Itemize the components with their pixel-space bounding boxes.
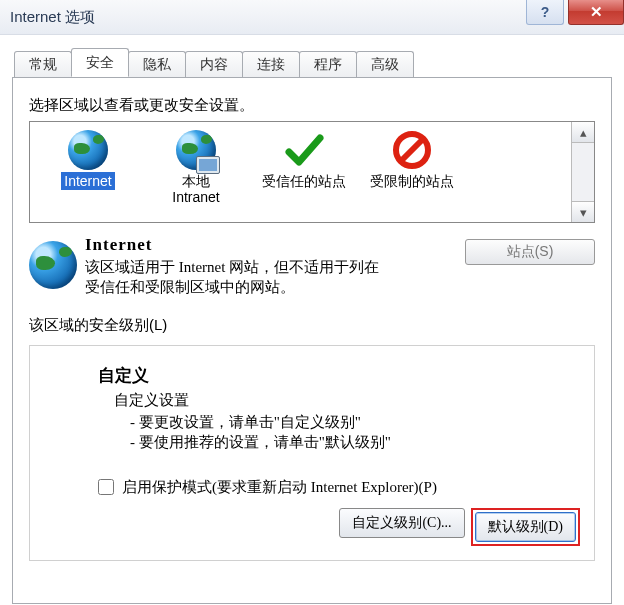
scroll-up-icon[interactable]: ▴: [572, 122, 594, 143]
tab-general[interactable]: 常规: [14, 51, 72, 78]
tab-privacy[interactable]: 隐私: [128, 51, 186, 78]
level-buttons: 自定义级别(C)... 默认级别(D): [44, 508, 580, 546]
zone-scrollbar[interactable]: ▴ ▾: [571, 122, 594, 222]
custom-level-button[interactable]: 自定义级别(C)...: [339, 508, 464, 538]
help-button[interactable]: ?: [526, 0, 564, 25]
security-pane: 选择区域以查看或更改安全设置。 Internet 本地 Intranet 受信任…: [12, 77, 612, 604]
level-bullet: - 要更改设置，请单击"自定义级别": [130, 412, 580, 432]
globe-icon: [29, 241, 77, 289]
level-sub: 自定义设置: [114, 391, 580, 410]
check-icon: [284, 130, 324, 170]
level-bullet: - 要使用推荐的设置，请单击"默认级别": [130, 432, 580, 452]
zone-internet[interactable]: Internet: [34, 128, 142, 190]
tab-security[interactable]: 安全: [71, 48, 129, 77]
zone-restricted[interactable]: 受限制的站点: [358, 128, 466, 190]
zone-label: 受限制的站点: [367, 172, 457, 190]
zone-desc-text: 该区域适用于 Internet 网站，但不适用于列在受信任和受限制区域中的网站。: [85, 257, 385, 298]
titlebar: Internet 选项 ? ✕: [0, 0, 624, 35]
tab-programs[interactable]: 程序: [299, 51, 357, 78]
globe-icon: [68, 130, 108, 170]
internet-options-dialog: Internet 选项 ? ✕ 常规 安全 隐私 内容 连接 程序 高级 选择区…: [0, 0, 624, 605]
protected-mode-checkbox[interactable]: [98, 479, 114, 495]
zone-list[interactable]: Internet 本地 Intranet 受信任的站点 受限制的站点: [30, 122, 571, 222]
tab-strip: 常规 安全 隐私 内容 连接 程序 高级: [0, 35, 624, 77]
zone-prompt: 选择区域以查看或更改安全设置。: [29, 96, 595, 115]
level-legend: 该区域的安全级别(L): [29, 316, 595, 335]
zone-intranet[interactable]: 本地 Intranet: [142, 128, 250, 206]
sites-button[interactable]: 站点(S): [465, 239, 595, 265]
default-level-button[interactable]: 默认级别(D): [475, 512, 576, 542]
zone-trusted[interactable]: 受信任的站点: [250, 128, 358, 190]
ban-icon: [392, 130, 432, 170]
security-level-group: 该区域的安全级别(L) 自定义 自定义设置 - 要更改设置，请单击"自定义级别"…: [29, 316, 595, 562]
window-title: Internet 选项: [0, 8, 95, 27]
globe-monitor-icon: [176, 130, 216, 170]
close-button[interactable]: ✕: [568, 0, 624, 25]
protected-mode-label: 启用保护模式(要求重新启动 Internet Explorer)(P): [122, 478, 437, 497]
highlight-box: 默认级别(D): [471, 508, 580, 546]
protected-mode-row[interactable]: 启用保护模式(要求重新启动 Internet Explorer)(P): [94, 476, 580, 498]
zone-label: Internet: [61, 172, 114, 190]
tab-connections[interactable]: 连接: [242, 51, 300, 78]
zone-list-box: Internet 本地 Intranet 受信任的站点 受限制的站点: [29, 121, 595, 223]
tab-content[interactable]: 内容: [185, 51, 243, 78]
level-box: 自定义 自定义设置 - 要更改设置，请单击"自定义级别" - 要使用推荐的设置，…: [29, 345, 595, 562]
level-head: 自定义: [98, 364, 580, 387]
zone-name-heading: Internet: [85, 235, 465, 255]
svg-line-1: [401, 139, 423, 161]
scroll-track[interactable]: [572, 143, 594, 201]
tab-advanced[interactable]: 高级: [356, 51, 414, 78]
scroll-down-icon[interactable]: ▾: [572, 201, 594, 222]
zone-description: Internet 该区域适用于 Internet 网站，但不适用于列在受信任和受…: [29, 235, 595, 298]
zone-label: 本地 Intranet: [169, 172, 222, 206]
zone-label: 受信任的站点: [259, 172, 349, 190]
